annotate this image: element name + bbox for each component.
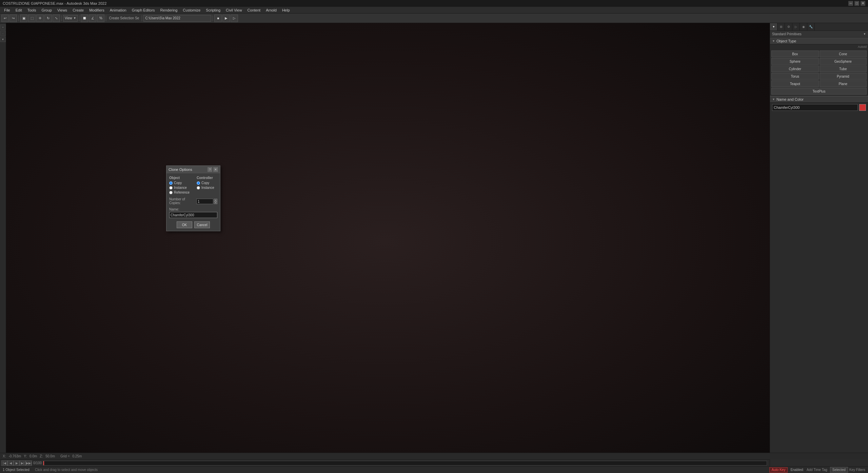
primitives-label: Standard Primitives: [772, 32, 802, 36]
panel-tab-display[interactable]: ◉: [800, 23, 807, 31]
panel-dropdown-arrow: ▼: [863, 33, 866, 36]
menu-item-rendering[interactable]: Rendering: [158, 7, 180, 14]
add-time-tag[interactable]: Add Time Tag: [807, 468, 827, 472]
num-copies-label: Number of Copies:: [169, 197, 196, 205]
left-tool-3[interactable]: ▼: [0, 37, 6, 42]
timeline-track[interactable]: [43, 461, 767, 466]
maximize-button[interactable]: □: [854, 1, 859, 6]
render-frame-button[interactable]: ▷: [231, 15, 238, 22]
snap-toggle-button[interactable]: 🔲: [81, 15, 88, 22]
object-type-section-header[interactable]: ▼ Object Type: [770, 38, 868, 44]
name-color-arrow: ▼: [772, 98, 775, 101]
panel-dropdown-header[interactable]: Standard Primitives ▼: [770, 31, 868, 38]
scale-button[interactable]: ⤡: [53, 15, 60, 22]
menu-item-modifiers[interactable]: Modifiers: [86, 7, 107, 14]
render-button[interactable]: ▶: [222, 15, 230, 22]
menu-item-help[interactable]: Help: [279, 7, 293, 14]
left-tool-2[interactable]: -: [0, 31, 6, 36]
statusbar: 1 Object Selected Click and drag to sele…: [0, 466, 868, 473]
menu-item-animation[interactable]: Animation: [107, 7, 129, 14]
obj-type-teapot[interactable]: Teapot: [771, 80, 819, 87]
reference-radio[interactable]: [169, 191, 173, 194]
menu-item-graph-editors[interactable]: Graph Editors: [129, 7, 158, 14]
object-type-arrow: ▼: [772, 39, 775, 43]
menu-item-edit[interactable]: Edit: [13, 7, 25, 14]
color-swatch[interactable]: [859, 104, 866, 111]
ctrl-copy-radio[interactable]: [197, 181, 200, 185]
obj-type-cone[interactable]: Cone: [820, 51, 867, 57]
instance-radio[interactable]: [169, 186, 173, 190]
num-copies-up[interactable]: ▲: [214, 199, 217, 201]
move-button[interactable]: ✛: [36, 15, 44, 22]
undo-button[interactable]: ↩: [1, 15, 9, 22]
clone-name-input[interactable]: [169, 212, 217, 218]
timeline-next-button[interactable]: ▶|: [20, 460, 26, 466]
menu-item-customize[interactable]: Customize: [180, 7, 203, 14]
select-button[interactable]: ▣: [20, 15, 27, 22]
panel-tab-utilities[interactable]: 🔧: [807, 23, 815, 31]
cancel-button[interactable]: Cancel: [194, 221, 210, 228]
menu-item-create[interactable]: Create: [70, 7, 86, 14]
menu-item-file[interactable]: File: [1, 7, 13, 14]
name-field-label: Name:: [169, 208, 217, 211]
object-section-label: Object: [169, 176, 190, 180]
name-color-section-header[interactable]: ▼ Name and Color: [770, 96, 868, 103]
object-count-label: 1 Object Selected: [3, 468, 29, 472]
ctrl-instance-radio[interactable]: [197, 186, 200, 190]
toolbar-sep-4: [106, 15, 106, 21]
menu-item-arnold[interactable]: Arnold: [263, 7, 279, 14]
percent-snap-button[interactable]: %: [97, 15, 104, 22]
select-region-button[interactable]: ⬚: [28, 15, 36, 22]
redo-button[interactable]: ↪: [9, 15, 17, 22]
view-dropdown[interactable]: View ▼: [63, 15, 78, 22]
menu-item-scripting[interactable]: Scripting: [203, 7, 223, 14]
obj-type-textplus[interactable]: TextPlus: [771, 88, 867, 95]
clone-options-dialog: Clone Options ? ✕ Object Copy Instance: [166, 165, 220, 231]
minimize-button[interactable]: ─: [848, 1, 853, 6]
y-coord-value: 0.0m: [29, 454, 37, 458]
key-filters-label[interactable]: Key Filters: [849, 468, 865, 472]
object-name-input[interactable]: [772, 104, 858, 111]
coord-bar: X: -0.763m Y: 0.0m Z: 50.0m Grid = 0.25m: [0, 453, 868, 459]
rotate-button[interactable]: ↻: [44, 15, 52, 22]
left-tool-1[interactable]: +: [0, 24, 6, 30]
num-copies-input[interactable]: [196, 199, 213, 204]
obj-type-pyramid[interactable]: Pyramid: [820, 73, 867, 80]
dialog-close-button[interactable]: ✕: [213, 167, 218, 172]
menu-item-content[interactable]: Content: [245, 7, 263, 14]
panel-tab-create[interactable]: ✦: [770, 23, 777, 31]
timeline-play-button[interactable]: ▶: [14, 460, 20, 466]
autokey-button[interactable]: Auto Key: [769, 467, 788, 473]
window-controls: ─ □ ✕: [848, 1, 865, 6]
name-color-label: Name and Color: [776, 97, 804, 101]
ok-button[interactable]: OK: [177, 221, 192, 228]
obj-type-geosphere[interactable]: GeoSphere: [820, 58, 867, 65]
obj-type-cylinder[interactable]: Cylinder: [771, 65, 819, 72]
viewport-area: [+][Perspective][Standard][Clay] Clone O…: [0, 23, 770, 459]
panel-tab-modify[interactable]: ⊞: [777, 23, 785, 31]
menu-item-group[interactable]: Group: [39, 7, 55, 14]
timeline-end-button[interactable]: ▶▶|: [26, 460, 32, 466]
instance-radio-row: Instance: [169, 186, 190, 190]
obj-type-torus[interactable]: Torus: [771, 73, 819, 80]
copy-radio[interactable]: [169, 181, 173, 185]
name-field: Name:: [169, 208, 217, 218]
obj-type-sphere[interactable]: Sphere: [771, 58, 819, 65]
panel-tab-hierarchy[interactable]: ⚙: [785, 23, 792, 31]
status-info: 1 Object Selected Click and drag to sele…: [3, 468, 769, 472]
timeline-prev-button[interactable]: ◀: [7, 460, 14, 466]
path-bar[interactable]: C:\Users\S\a Max 2022: [143, 15, 211, 22]
obj-type-plane[interactable]: Plane: [820, 80, 867, 87]
num-copies-down[interactable]: ▼: [214, 201, 217, 204]
menu-item-tools[interactable]: Tools: [25, 7, 39, 14]
render-setup-button[interactable]: ■: [214, 15, 222, 22]
menu-item-views[interactable]: Views: [55, 7, 70, 14]
menu-item-civil-view[interactable]: Civil View: [223, 7, 244, 14]
panel-tab-motion[interactable]: ▷: [792, 23, 800, 31]
angle-snap-button[interactable]: ∠: [89, 15, 96, 22]
dialog-help-button[interactable]: ?: [208, 167, 212, 172]
close-button[interactable]: ✕: [861, 1, 865, 6]
obj-type-tube[interactable]: Tube: [820, 65, 867, 72]
timeline-start-button[interactable]: |◀: [1, 460, 7, 466]
obj-type-box[interactable]: Box: [771, 51, 819, 57]
